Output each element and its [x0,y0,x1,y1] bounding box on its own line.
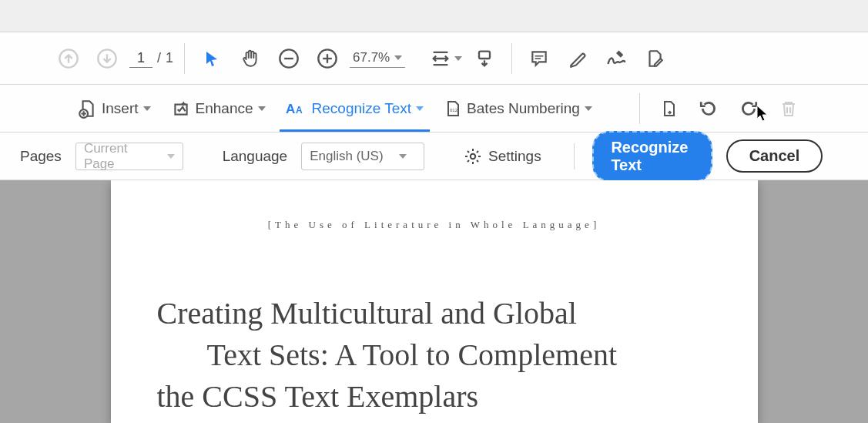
extract-icon [659,99,678,118]
main-toolbar: / 1 67.7% [0,32,868,85]
chevron-down-icon [399,154,407,159]
comment-icon [529,49,549,69]
cursor-icon [203,49,221,68]
gear-icon [464,147,482,166]
comment-button[interactable] [523,42,555,75]
page-current-input[interactable] [129,49,152,68]
title-line: the CCSS Text Exemplars [157,376,712,418]
recognize-label: Recognize Text [312,100,412,117]
pages-dropdown-value: Current Page [84,141,152,172]
highlight-button[interactable] [561,42,594,75]
title-line: Creating Multicultural and Global [157,293,712,334]
chevron-down-icon [258,106,266,111]
page-down-button[interactable] [91,42,123,75]
zoom-in-button[interactable] [311,42,344,75]
separator [574,143,575,170]
svg-text:A: A [286,102,295,116]
window-titlebar-space [0,0,868,32]
chevron-down-icon [416,106,424,111]
enhance-menu[interactable]: Enhance [165,85,272,132]
bates-numbering-menu[interactable]: 012 Bates Numbering [437,85,598,132]
hand-tool-button[interactable] [234,42,266,75]
rotate-left-button[interactable] [692,92,725,125]
edit-page-icon [645,49,665,69]
delete-page-button[interactable] [772,92,805,125]
page-banner-text: [The Use of Literature in Whole Language… [157,219,712,231]
pdf-page: [The Use of Literature in Whole Language… [111,180,758,423]
enhance-label: Enhance [196,100,253,117]
separator [639,93,640,124]
enhance-icon [171,99,191,119]
separator [184,43,185,74]
settings-label: Settings [488,148,541,165]
zoom-value-label: 67.7% [353,50,390,65]
recognize-text-icon: AA [286,100,307,117]
insert-page-icon [77,99,97,119]
edit-toolbar: Insert Enhance AA Recognize Text 012 Bat… [0,85,868,133]
fit-width-button[interactable] [430,42,462,75]
page-total-label: 1 [166,50,173,66]
chevron-down-icon [143,106,151,111]
page-scroll-icon [474,48,495,69]
pages-label: Pages [20,148,62,165]
svg-rect-7 [479,51,490,58]
document-view[interactable]: [The Use of Literature in Whole Language… [0,180,868,423]
ocr-settings-button[interactable]: Settings [464,147,541,166]
title-line: Text Sets: A Tool to Complement [157,334,712,376]
cancel-button[interactable]: Cancel [726,139,823,173]
page-up-button[interactable] [52,42,85,75]
insert-label: Insert [102,100,139,117]
scroll-mode-button[interactable] [468,42,501,75]
ocr-options-bar: Pages Current Page Language English (US)… [0,133,868,180]
sign-button[interactable] [600,42,632,75]
svg-text:A: A [296,105,303,116]
zoom-dropdown[interactable]: 67.7% [350,49,405,68]
insert-menu[interactable]: Insert [71,85,157,132]
svg-point-15 [471,153,475,158]
bates-page-icon: 012 [444,99,462,118]
chevron-down-icon [585,106,592,111]
arrow-down-circle-icon [96,48,118,69]
zoom-out-button[interactable] [273,42,305,75]
page-number-control[interactable]: / 1 [129,49,173,68]
pages-dropdown[interactable]: Current Page [75,143,183,170]
language-dropdown[interactable]: English (US) [301,143,424,170]
recognize-text-menu[interactable]: AA Recognize Text [280,85,431,132]
plus-circle-icon [317,48,338,69]
svg-text:012: 012 [450,108,458,112]
recognize-text-button[interactable]: Recognize Text [592,131,712,182]
chevron-down-icon [394,55,402,60]
chevron-down-icon [167,154,175,159]
separator [511,43,512,74]
trash-icon [779,99,798,118]
language-label: Language [223,148,288,165]
chevron-down-icon [454,56,462,61]
rotate-right-button[interactable] [732,92,765,125]
rotate-ccw-icon [699,99,719,119]
arrow-up-circle-icon [58,48,79,69]
select-tool-button[interactable] [196,42,228,75]
rotate-cw-icon [739,99,759,119]
page-sep-label: / [157,50,161,66]
signature-icon [605,48,627,69]
extract-page-button[interactable] [652,92,685,125]
language-dropdown-value: English (US) [310,149,383,164]
edit-pdf-button[interactable] [638,42,671,75]
marker-icon [568,49,588,69]
page-title-text: Creating Multicultural and Global Text S… [157,293,712,418]
bates-label: Bates Numbering [467,100,580,117]
fit-width-icon [430,48,451,69]
hand-icon [240,49,260,69]
minus-circle-icon [278,48,300,69]
